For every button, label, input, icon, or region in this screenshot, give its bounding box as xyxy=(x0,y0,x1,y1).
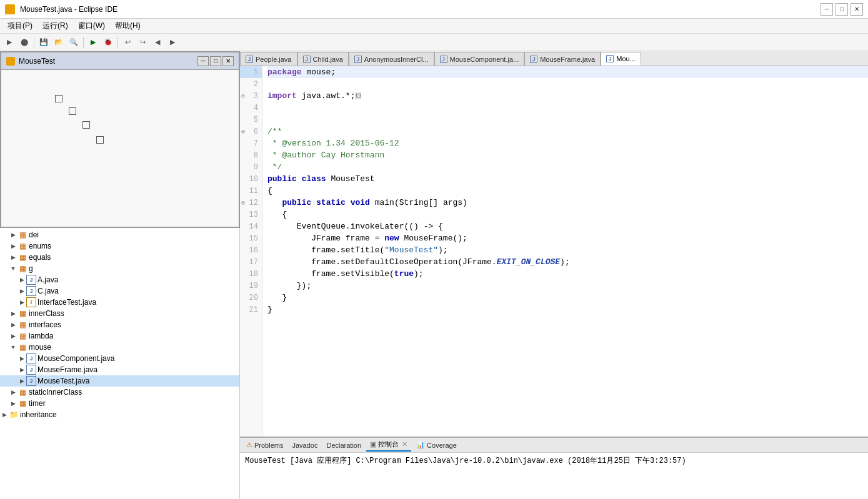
tree-arrow-g[interactable]: ▼ xyxy=(9,264,17,274)
minimize-button[interactable]: ─ xyxy=(821,3,833,16)
toolbar-sep-2 xyxy=(83,37,84,48)
line-num-6: 6 xyxy=(240,126,262,137)
toolbar-btn-2[interactable]: ⬤ xyxy=(17,36,31,49)
tab-anonymous[interactable]: J AnonymousInnerCl... xyxy=(349,52,434,66)
mouse-test-window[interactable]: MouseTest ─ □ ✕ xyxy=(0,51,240,228)
tree-item-mouse[interactable]: ▼ ▦ mouse xyxy=(0,342,239,353)
tree-label-g: g xyxy=(29,264,33,273)
maximize-button[interactable]: □ xyxy=(836,3,848,16)
tree-item-innerclass[interactable]: ▶ ▦ innerClass xyxy=(0,308,239,319)
code-line-19: }); xyxy=(267,280,868,292)
tree-arrow-staticinnerclass[interactable]: ▶ xyxy=(9,387,17,397)
tree-arrow-innerclass[interactable]: ▶ xyxy=(9,309,17,319)
pkg-icon-dei: ▦ xyxy=(17,230,27,240)
java-icon-mousecomponent: J xyxy=(26,353,36,363)
tree-item-mousetest[interactable]: ▶ J MouseTest.java xyxy=(0,375,239,387)
tree-item-ajava[interactable]: ▶ J A.java xyxy=(0,274,239,285)
line-num-2: 2 xyxy=(240,78,262,90)
tree-item-mouseframe[interactable]: ▶ J MouseFrame.java xyxy=(0,364,239,375)
window-title: MouseTest.java - Eclipse IDE xyxy=(20,5,816,14)
code-line-8: * @author Cay Horstmann xyxy=(267,149,868,161)
tree-item-cjava[interactable]: ▶ J C.java xyxy=(0,285,239,297)
rect-1 xyxy=(55,95,62,102)
line-num-1: 1 xyxy=(240,66,262,78)
toolbar-run[interactable]: ▶ xyxy=(86,36,100,49)
tree-item-timer[interactable]: ▶ ▦ timer xyxy=(0,398,239,409)
tree-arrow-interfaces[interactable]: ▶ xyxy=(9,320,17,330)
tab-declaration-label: Declaration xyxy=(326,442,361,449)
toolbar-fwd[interactable]: ▶ xyxy=(166,36,179,49)
mw-minimize[interactable]: ─ xyxy=(197,56,209,66)
tree-item-dei[interactable]: ▶ ▦ dei xyxy=(0,229,239,240)
toolbar-debug[interactable]: 🐞 xyxy=(101,36,115,49)
window-controls[interactable]: ─ □ ✕ xyxy=(821,3,863,16)
tree-arrow-equals[interactable]: ▶ xyxy=(9,252,17,262)
close-button[interactable]: ✕ xyxy=(851,3,863,16)
tree-arrow-enums[interactable]: ▶ xyxy=(9,241,17,251)
tab-problems[interactable]: ⚠ Problems xyxy=(242,439,287,452)
tree-arrow-dei[interactable]: ▶ xyxy=(9,230,17,240)
tab-mousecomponent[interactable]: J MouseComponent.ja... xyxy=(434,52,525,66)
editor-area[interactable]: 1 2 3 4 5 6 7 8 9 10 11 12 13 14 15 16 1… xyxy=(240,66,868,437)
tab-label-child: Child.java xyxy=(313,56,343,63)
menu-help[interactable]: 帮助(H) xyxy=(110,19,146,32)
tree-arrow-interfacetestjava[interactable]: ▶ xyxy=(17,297,26,307)
tree-arrow-mouse[interactable]: ▼ xyxy=(9,342,17,352)
tree-item-equals[interactable]: ▶ ▦ equals xyxy=(0,252,239,263)
code-line-12: public static void main(String[] args) xyxy=(267,197,868,209)
tab-declaration[interactable]: Declaration xyxy=(322,439,365,452)
tree-label-interfacetestjava: InterfaceTest.java xyxy=(37,298,96,307)
tree-arrow-mouseframe[interactable]: ▶ xyxy=(17,365,26,375)
mw-maximize[interactable]: □ xyxy=(210,56,221,66)
tab-icon-mouseframe: J xyxy=(530,56,537,63)
menu-project[interactable]: 项目(P) xyxy=(2,19,37,32)
tab-mouseframe[interactable]: J MouseFrame.java xyxy=(524,52,601,66)
toolbar-search[interactable]: 🔍 xyxy=(67,36,81,49)
tab-console-close[interactable]: ✕ xyxy=(402,440,407,448)
tree-item-inheritance[interactable]: ▶ 📁 inheritance xyxy=(0,409,239,420)
tree-arrow-inheritance[interactable]: ▶ xyxy=(0,410,9,420)
code-line-4 xyxy=(267,102,868,114)
rect-3 xyxy=(82,121,90,129)
line-num-11: 11 xyxy=(240,185,262,197)
tree-arrow-lambda[interactable]: ▶ xyxy=(9,331,17,341)
toolbar-open[interactable]: 📂 xyxy=(52,36,66,49)
tree-arrow-timer[interactable]: ▶ xyxy=(9,398,17,408)
line-num-20: 20 xyxy=(240,292,262,304)
tree-item-interfaces[interactable]: ▶ ▦ interfaces xyxy=(0,319,239,330)
tab-console[interactable]: ▣ 控制台 ✕ xyxy=(366,439,411,452)
tree-label-staticinnerclass: staticInnerClass xyxy=(29,388,82,397)
tree-item-interfacetestjava[interactable]: ▶ I InterfaceTest.java xyxy=(0,297,239,308)
tree-item-enums[interactable]: ▶ ▦ enums xyxy=(0,240,239,252)
tree-item-staticinnerclass[interactable]: ▶ ▦ staticInnerClass xyxy=(0,387,239,398)
menu-run[interactable]: 运行(R) xyxy=(37,19,73,32)
mouse-window-controls[interactable]: ─ □ ✕ xyxy=(197,56,234,66)
toolbar-btn-1[interactable]: ▶ xyxy=(2,36,16,49)
tab-mousetest[interactable]: J Mou... xyxy=(601,52,641,66)
tree-arrow-mousetest[interactable]: ▶ xyxy=(17,376,26,386)
tree-label-dei: dei xyxy=(29,230,39,239)
menu-window[interactable]: 窗口(W) xyxy=(73,19,110,32)
left-panel: MouseTest ─ □ ✕ ▶ ▦ dei xyxy=(0,51,240,499)
tab-icon-mousetest: J xyxy=(606,55,614,62)
mw-close[interactable]: ✕ xyxy=(222,56,234,66)
tree-item-g[interactable]: ▼ ▦ g xyxy=(0,263,239,274)
toolbar-undo[interactable]: ↩ xyxy=(121,36,134,49)
toolbar: ▶ ⬤ 💾 📂 🔍 ▶ 🐞 ↩ ↪ ◀ ▶ xyxy=(0,34,868,51)
tab-javadoc[interactable]: Javadoc xyxy=(288,439,321,452)
tree-item-lambda[interactable]: ▶ ▦ lambda xyxy=(0,330,239,342)
tab-coverage[interactable]: 📊 Coverage xyxy=(412,439,461,452)
tab-people[interactable]: J People.java xyxy=(240,52,297,66)
mouse-canvas[interactable] xyxy=(1,70,239,227)
tree-item-mousecomponent[interactable]: ▶ J MouseComponent.java xyxy=(0,353,239,364)
tree-arrow-mousecomponent[interactable]: ▶ xyxy=(17,353,26,363)
tree-arrow-ajava[interactable]: ▶ xyxy=(17,275,26,285)
toolbar-redo[interactable]: ↪ xyxy=(136,36,149,49)
tab-coverage-label: Coverage xyxy=(427,442,457,449)
toolbar-save[interactable]: 💾 xyxy=(37,36,51,49)
tree-arrow-cjava[interactable]: ▶ xyxy=(17,286,26,296)
tab-child[interactable]: J Child.java xyxy=(297,52,349,66)
line-num-5: 5 xyxy=(240,114,262,126)
toolbar-back[interactable]: ◀ xyxy=(151,36,164,49)
main-area: MouseTest ─ □ ✕ ▶ ▦ dei xyxy=(0,51,868,499)
